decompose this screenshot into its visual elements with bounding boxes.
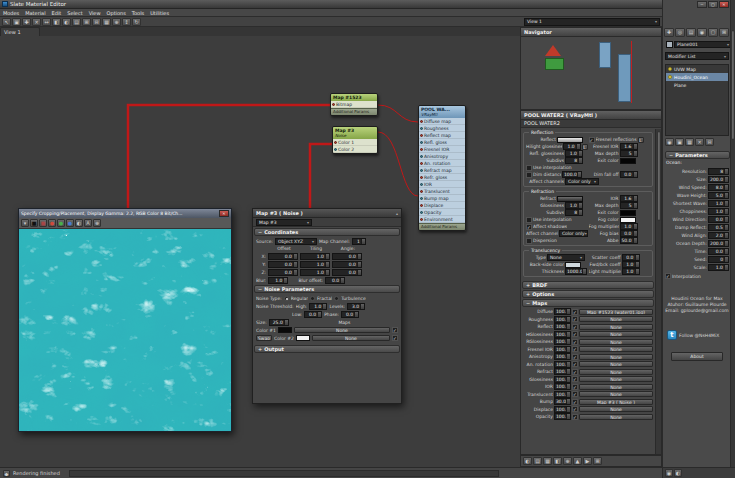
map-amount-spinner[interactable]: 100.0 <box>554 346 571 353</box>
node-slot[interactable]: Bitmap <box>331 101 377 108</box>
coordinates-rollout[interactable]: Coordinates <box>254 228 400 236</box>
object-color-swatch[interactable] <box>666 41 673 48</box>
teapot-icon[interactable]: ◐ <box>674 469 682 477</box>
modifier-list-dropdown[interactable]: Modifier List <box>665 52 729 60</box>
node-slot[interactable]: An. rotation <box>419 160 465 167</box>
param-spinner[interactable]: 1.0 <box>708 200 729 207</box>
input-socket-icon[interactable] <box>420 134 423 137</box>
hide-unused-slots-icon[interactable]: ◧ <box>52 18 61 26</box>
refr-use-interpolation-checkbox[interactable] <box>526 217 532 223</box>
input-socket-icon[interactable] <box>420 141 423 144</box>
map-enable-checkbox[interactable] <box>572 376 578 382</box>
node-bitmap[interactable]: Map #1523 Bitmap Additional Params <box>330 93 378 116</box>
fog-bias-spinner[interactable]: 0.0 <box>620 230 638 237</box>
material-by-object-icon[interactable]: ▦ <box>102 18 111 26</box>
noise-panel-title-bar[interactable]: Map #3 ( Noise ) <box>253 209 401 218</box>
map-amount-spinner[interactable]: 100.0 <box>554 361 571 368</box>
map-slot-button[interactable]: None <box>579 376 653 382</box>
minimize-icon[interactable]: − <box>697 1 707 8</box>
input-socket-icon[interactable] <box>420 155 423 158</box>
node-slot[interactable]: IOR <box>419 181 465 188</box>
swatch-color-icon[interactable]: ▩ <box>39 219 47 227</box>
node-slot[interactable]: Translucent <box>419 188 465 195</box>
param-spinner[interactable]: 0.0 <box>708 248 729 255</box>
fog-color-swatch[interactable] <box>620 217 636 223</box>
input-socket-icon[interactable] <box>420 211 423 214</box>
pan-icon[interactable]: ↕ <box>122 18 131 26</box>
param-spinner[interactable]: 5.0 <box>708 192 729 199</box>
map-slot-button[interactable]: None <box>579 391 653 397</box>
fresnel-lock-button[interactable]: L <box>638 137 644 143</box>
map-enable-checkbox[interactable] <box>572 339 578 345</box>
angle-spinner[interactable]: 0.0 <box>332 269 362 276</box>
mono-channel-icon[interactable]: ◐ <box>75 219 83 227</box>
options-icon[interactable]: ⊞ <box>593 457 602 465</box>
fog-mult-spinner[interactable]: 1.0 <box>620 223 638 230</box>
fresnel-checkbox[interactable] <box>589 137 595 143</box>
map-amount-spinner[interactable]: 100.0 <box>554 391 571 398</box>
thickness-spinner[interactable]: 1000.0 <box>565 268 587 275</box>
angle-spinner[interactable]: 0.0 <box>332 261 362 268</box>
map-slot-button[interactable]: None <box>579 361 653 367</box>
map-enable-checkbox[interactable] <box>572 369 578 375</box>
make-unique-icon[interactable]: ▦ <box>685 138 694 146</box>
angle-spinner[interactable]: 0.0 <box>332 253 362 260</box>
map-slot-button[interactable]: None <box>579 414 653 420</box>
offset-spinner[interactable]: 0.0 <box>268 269 298 276</box>
pick-material-icon[interactable]: ▣ <box>12 18 21 26</box>
hierarchy-tab-icon[interactable]: ▤ <box>686 28 696 37</box>
object-name-field[interactable]: Plane001 <box>674 41 732 48</box>
modifier-enabled-icon[interactable] <box>668 67 672 71</box>
max-depth-spinner[interactable]: 5 <box>620 150 638 157</box>
map-slot-button[interactable]: None <box>579 406 653 412</box>
map-enable-checkbox[interactable] <box>572 384 578 390</box>
stack-item-plane[interactable]: Plane <box>666 81 728 89</box>
material-name-bar[interactable]: POOL WATER2 <box>521 120 661 128</box>
map-enable-checkbox[interactable] <box>572 354 578 360</box>
node-slot[interactable]: Environment <box>419 216 465 223</box>
layout-children-icon[interactable]: ⊟ <box>92 18 101 26</box>
param-spinner[interactable]: 2.0 <box>708 232 729 239</box>
param-spinner[interactable]: 200.0 <box>708 240 729 247</box>
stack-item-houdini-ocean[interactable]: Houdini_Ocean <box>666 73 728 81</box>
swatch-black-icon[interactable]: ■ <box>30 219 38 227</box>
node-slot[interactable]: Displace <box>419 202 465 209</box>
close-icon[interactable]: ✕ <box>719 1 729 8</box>
red-channel-icon[interactable]: ● <box>48 219 56 227</box>
map-slot-button[interactable]: Map #1523 (water01.jpg) <box>579 309 653 315</box>
view-selector-dropdown[interactable]: View 1 <box>524 18 660 26</box>
remove-modifier-icon[interactable]: ✕ <box>695 138 704 146</box>
input-socket-icon[interactable] <box>420 218 423 221</box>
motion-tab-icon[interactable]: ◉ <box>697 28 707 37</box>
render-icon[interactable]: ◉ <box>665 469 673 477</box>
alpha-channel-icon[interactable]: A <box>84 219 92 227</box>
abbe-spinner[interactable]: 50.0 <box>620 237 638 244</box>
about-button[interactable]: About <box>671 352 723 361</box>
param-spinner[interactable]: 0.5 <box>708 224 729 231</box>
node-slot[interactable]: Refract map <box>419 167 465 174</box>
blur-offset-spinner[interactable]: 0.0 <box>325 277 345 284</box>
param-spinner[interactable]: 8.0 <box>708 184 729 191</box>
reflect-color-swatch[interactable] <box>557 137 583 143</box>
map-amount-spinner[interactable]: 100.0 <box>554 323 571 330</box>
configure-stack-icon[interactable]: ⊟ <box>705 138 714 146</box>
map-amount-spinner[interactable]: 100.0 <box>554 376 571 383</box>
pin-stack-icon[interactable]: ◉ <box>665 138 674 146</box>
dim-distance-spinner[interactable]: 100.0 <box>562 171 582 178</box>
color2-swatch[interactable] <box>296 335 310 341</box>
menu-item[interactable]: Options <box>104 10 129 16</box>
go-forward-sibling-icon[interactable]: ▶ <box>583 457 592 465</box>
display-tab-icon[interactable]: ▢ <box>708 28 718 37</box>
map-slot-button[interactable]: None <box>579 339 653 345</box>
input-socket-icon[interactable] <box>420 169 423 172</box>
hilight-lock-button[interactable]: L <box>582 144 588 150</box>
delete-selected-icon[interactable]: ✕ <box>32 18 41 26</box>
tiling-spinner[interactable]: 1.0 <box>300 261 330 268</box>
levels-spinner[interactable]: 3.0 <box>347 303 365 310</box>
noise-parameters-rollout[interactable]: Noise Parameters <box>254 285 400 293</box>
refract-color-swatch[interactable] <box>557 196 583 202</box>
node-slot[interactable]: Color 2 <box>333 146 377 153</box>
map-enable-checkbox[interactable] <box>572 346 578 352</box>
layout-all-icon[interactable]: ⊞ <box>82 18 91 26</box>
ior-spinner[interactable]: 1.6 <box>620 195 638 202</box>
